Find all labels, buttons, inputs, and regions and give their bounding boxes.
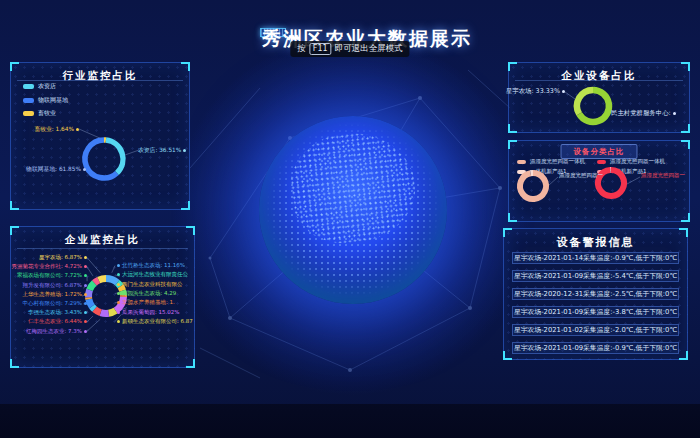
chart-label-text: 新硕生态农业有限公司: 6.87 — [122, 318, 193, 325]
chart-label-text: 农资店: 36.51% — [138, 146, 181, 155]
chart-label-text: 畜牧业: 1.64% — [34, 125, 74, 134]
label-dot — [117, 292, 120, 295]
chart-label-text: 中心村有限公司: 7.29% — [22, 300, 82, 307]
chart-label: 大运河生态牧业有限责任公 — [117, 270, 195, 279]
panel-device-class: 设备分类占比 温湿度光照四器一体机 一体机新产品1 温湿度光照四器一体机 一体机… — [508, 140, 690, 222]
label-dot — [83, 168, 86, 171]
chart-label-text: 翔升发有限公司: 6.87% — [22, 282, 82, 289]
chart-label: 农资店: 36.51% — [138, 146, 186, 155]
alarm-row: 星宇农场-2021-01-09采集温度:-3.8℃,低于下限:0℃ — [512, 306, 679, 318]
label-dot — [84, 265, 87, 268]
chart-label-text: 丰源水产养殖基地: 1. — [122, 299, 175, 306]
label-dot — [84, 302, 87, 305]
chart-label: 上华生态养殖场: 1.72% — [13, 290, 87, 299]
chart-label-text: 瓜果浜葡萄园: 15.02% — [122, 309, 180, 316]
chart-label: 梅园浜生态农场: 4.29 — [117, 289, 195, 298]
chart-label-text: 北竹桥生态农场: 11.16% — [122, 262, 185, 269]
chart-label-text: 星宇农场: 33.33% — [506, 87, 560, 96]
label-dot — [84, 284, 87, 287]
dashboard: 秀洲区农业大数据展示 按 F11 即可退出全屏模式 行业监控占比 农资店 物联网… — [0, 0, 700, 438]
f11-key-badge: F11 — [309, 43, 332, 55]
label-dot — [84, 311, 87, 314]
chart-label: 秀洲菊花专业合作社: 4.72% — [13, 262, 87, 271]
chart-label-text: 仁丰生态农业: 6.44% — [28, 318, 82, 325]
chart-label-text: 星宇农场: 6.87% — [39, 254, 82, 261]
label-dot — [84, 256, 87, 259]
label-dot — [117, 320, 120, 323]
label-dot — [84, 330, 87, 333]
label-dot — [673, 112, 676, 115]
chart-label: 中心村有限公司: 7.29% — [13, 299, 87, 308]
fullscreen-tip-prefix: 按 — [297, 43, 306, 55]
chart-label: 畜牧业: 1.64% — [21, 125, 79, 134]
chart-label-text: 李强生态农场: 3.43% — [28, 309, 82, 316]
label-dot — [84, 274, 87, 277]
industry-donut-chart[interactable] — [11, 63, 191, 211]
label-dot — [117, 283, 120, 286]
chart-label-text: 红梅园生态农业: 7.3% — [26, 328, 82, 335]
label-dot — [117, 273, 120, 276]
label-dot — [76, 128, 79, 131]
fullscreen-tip: 按 F11 即可退出全屏模式 — [290, 41, 409, 57]
chart-label: 红梅园生态农业: 7.3% — [13, 327, 87, 336]
chart-label-text: 梅园浜生态农场: 4.29 — [122, 290, 176, 297]
alarm-row: 星宇农场-2021-01-14采集温度:-0.9℃,低于下限:0℃ — [512, 252, 679, 264]
chart-label-text: 大运河生态牧业有限责任公 — [122, 271, 188, 278]
chart-label: 仁丰生态农业: 6.44% — [13, 317, 87, 326]
label-dot — [562, 90, 565, 93]
chart-label: 物联网基地: 61.85% — [13, 165, 86, 174]
alarm-text: 星宇农场-2021-01-09采集温度:-0.9℃,低于下限:0℃ — [514, 343, 677, 353]
label-dot — [84, 293, 87, 296]
enterprise-labels-left: 星宇农场: 6.87% 秀洲菊花专业合作社: 4.72% 家福农场有限公司: 7… — [13, 253, 87, 336]
chart-label-text: 民主村党群服务中心: — [611, 109, 671, 118]
footer-band — [0, 404, 700, 438]
chart-label: 星宇农场: 6.87% — [13, 253, 87, 262]
alarm-row: 星宇农场-2021-01-09采集温度:-0.9℃,低于下限:0℃ — [512, 342, 679, 354]
alarm-text: 星宇农场-2021-01-09采集温度:-3.8℃,低于下限:0℃ — [514, 307, 677, 317]
label-dot — [117, 264, 120, 267]
device-class-callout-2: 温湿度光照四器一 — [641, 172, 685, 179]
alarm-text: 星宇农场-2021-01-09采集温度:-5.4℃,低于下限:0℃ — [514, 271, 677, 281]
chart-label: 家福农场有限公司: 7.72% — [13, 271, 87, 280]
chart-label-text: 物联网基地: 61.85% — [26, 165, 81, 174]
device-ratio-donut-chart[interactable] — [509, 63, 691, 134]
chart-label-text: 上华生态养殖场: 1.72% — [22, 291, 82, 298]
chart-label: 丰源水产养殖基地: 1. — [117, 298, 195, 307]
label-dot — [183, 149, 186, 152]
label-dot — [117, 301, 120, 304]
chart-label: 李强生态农场: 3.43% — [13, 308, 87, 317]
alarm-list[interactable]: 星宇农场-2021-01-14采集温度:-0.9℃,低于下限:0℃ 星宇农场-2… — [512, 252, 679, 354]
alarm-text: 星宇农场-2021-01-02采集温度:-2.0℃,低于下限:0℃ — [514, 325, 677, 335]
chart-label-text: 陶门生态农业科技有限公 — [122, 281, 183, 288]
device-class-donut-2[interactable] — [509, 141, 691, 223]
fullscreen-tip-suffix: 即可退出全屏模式 — [335, 43, 403, 55]
label-dot — [84, 320, 87, 323]
alarm-text: 星宇农场-2021-01-14采集温度:-0.9℃,低于下限:0℃ — [514, 253, 677, 263]
chart-label: 陶门生态农业科技有限公 — [117, 280, 195, 289]
chart-label-text: 家福农场有限公司: 7.72% — [17, 272, 82, 279]
alarm-row: 星宇农场-2020-12-31采集温度:-2.5℃,低于下限:0℃ — [512, 288, 679, 300]
enterprise-labels-right: 北竹桥生态农场: 11.16% 大运河生态牧业有限责任公 陶门生态农业科技有限公… — [117, 261, 195, 326]
chart-label: 民主村党群服务中心: — [611, 109, 676, 118]
globe — [259, 116, 447, 304]
panel-device-ratio: 企业设备占比 星宇农场: 33.33% 民主村党群服务中心: — [508, 62, 690, 133]
chart-label: 新硕生态农业有限公司: 6.87 — [117, 317, 195, 326]
chart-label: 北竹桥生态农场: 11.16% — [117, 261, 195, 270]
chart-label-text: 秀洲菊花专业合作社: 4.72% — [11, 263, 82, 270]
chart-label: 瓜果浜葡萄园: 15.02% — [117, 307, 195, 316]
panel-industry-monitor: 行业监控占比 农资店 物联网基地 畜牧业 畜牧业: 1.64% 农资店: 36.… — [10, 62, 190, 210]
alarm-text: 星宇农场-2020-12-31采集温度:-2.5℃,低于下限:0℃ — [514, 289, 677, 299]
label-dot — [117, 311, 120, 314]
chart-label: 翔升发有限公司: 6.87% — [13, 281, 87, 290]
device-class-callout-1: 温湿度光照四器一 — [559, 172, 603, 179]
alarm-row: 星宇农场-2021-01-09采集温度:-5.4℃,低于下限:0℃ — [512, 270, 679, 282]
panel-enterprise-monitor: 企业监控占比 星宇农场: 6.87% 秀洲菊花专业合作社: 4.72% 家福农场… — [10, 226, 195, 368]
panel-title: 设备警报信息 — [504, 229, 687, 250]
alarm-row: 星宇农场-2021-01-02采集温度:-2.0℃,低于下限:0℃ — [512, 324, 679, 336]
panel-alarm-info: 设备警报信息 星宇农场-2021-01-14采集温度:-0.9℃,低于下限:0℃… — [503, 228, 688, 360]
chart-label: 星宇农场: 33.33% — [513, 87, 565, 96]
